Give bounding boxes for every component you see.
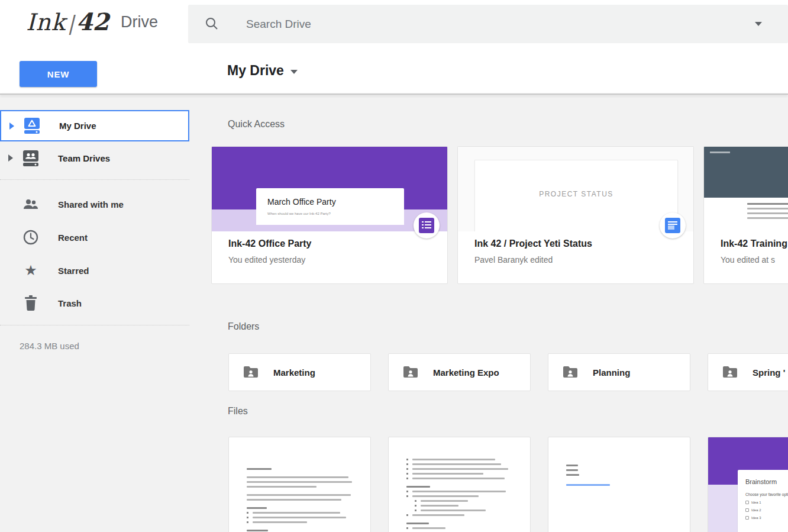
form-title: Brainstorm (745, 478, 788, 485)
expand-arrow-icon[interactable] (9, 122, 14, 130)
new-button[interactable]: NEW (20, 61, 97, 87)
file-type-badge (414, 212, 440, 238)
shared-folder-icon (722, 366, 738, 379)
thumbnail-slide-title: PROJECT STATUS (475, 190, 677, 198)
search-icon[interactable] (205, 17, 219, 31)
sidebar-item-label: Team Drives (58, 153, 110, 163)
quick-access-card-project-yeti[interactable]: PROJECT STATUS Ink 42 / Project Yeti Sta… (457, 146, 694, 284)
page-title-text: My Drive (227, 63, 284, 79)
file-type-badge (660, 212, 686, 238)
file-title: Ink-42 Office Party (228, 238, 312, 249)
document-thumbnail (247, 468, 356, 532)
quick-access-card-training[interactable]: Ink-42 Training You edited at s (703, 146, 788, 284)
sidebar-item-recent[interactable]: Recent (0, 221, 189, 254)
my-drive-icon (24, 118, 40, 134)
file-card-short-document[interactable] (548, 437, 690, 532)
file-thumbnail: March Office Party When should we have o… (212, 147, 447, 231)
app-name: Drive (121, 13, 158, 31)
form-prompt: Choose your favorite options (745, 492, 788, 496)
sidebar-item-team-drives[interactable]: Team Drives (0, 143, 189, 173)
expand-arrow-icon[interactable] (8, 154, 13, 162)
document-thumbnail (406, 459, 516, 532)
document-icon (665, 218, 680, 233)
file-activity-text: You edited at s (721, 255, 775, 265)
storage-usage-text: 284.3 MB used (20, 341, 79, 351)
recent-icon (22, 229, 39, 246)
starred-icon: ★ (22, 262, 39, 279)
form-option: Idea 2 (745, 508, 788, 512)
app-header: Ink|42 Drive NEW My Drive (0, 0, 788, 95)
team-drives-icon (22, 150, 39, 166)
sidebar-item-starred[interactable]: ★ Starred (0, 254, 189, 287)
file-activity-text: You edited yesterday (228, 255, 305, 265)
breadcrumb-page-title[interactable]: My Drive (227, 63, 298, 79)
chevron-down-icon[interactable] (290, 70, 298, 74)
folder-name: Marketing (273, 367, 315, 378)
header-divider (0, 93, 788, 95)
files-section-label: Files (228, 406, 248, 417)
sidebar-item-trash[interactable]: Trash (0, 286, 189, 320)
shared-folder-icon (563, 366, 578, 379)
sidebar-item-label: Shared with me (58, 199, 124, 209)
search-options-caret-icon[interactable] (755, 22, 762, 26)
shared-folder-icon (403, 366, 418, 379)
company-logo[interactable]: Ink|42 (26, 8, 109, 36)
forms-icon (419, 218, 434, 233)
checkbox-icon (745, 508, 749, 512)
trash-icon (22, 295, 39, 311)
folder-card-marketing-expo[interactable]: Marketing Expo (388, 353, 531, 391)
shared-with-me-icon (22, 196, 39, 212)
folder-card-planning[interactable]: Planning (548, 353, 690, 391)
sidebar-item-shared-with-me[interactable]: Shared with me (0, 188, 189, 221)
form-thumbnail-card: Brainstorm Choose your favorite options … (738, 470, 788, 532)
thumbnail-form-title: March Office Party (267, 197, 404, 207)
file-card-bulleted-document[interactable] (388, 437, 531, 532)
sidebar-item-label: Recent (58, 233, 88, 243)
logo-number: 42 (76, 8, 109, 36)
folder-name: Spring ' (753, 367, 785, 378)
logo-script-text: Ink (26, 9, 66, 36)
sidebar-item-label: Starred (58, 266, 89, 276)
shared-folder-icon (243, 366, 259, 379)
sidebar-item-label: My Drive (59, 121, 96, 131)
drive-app-window: Ink|42 Drive NEW My Drive My Drive (0, 0, 788, 532)
checkbox-icon (745, 501, 749, 504)
quick-access-section-label: Quick Access (228, 119, 285, 130)
quick-access-card-office-party[interactable]: March Office Party When should we have o… (211, 146, 448, 284)
folder-card-spring[interactable]: Spring ' (708, 353, 788, 391)
file-activity-text: Pavel Baranyk edited (474, 255, 553, 265)
form-option: Idea 1 (745, 501, 788, 504)
thumbnail-form-subtitle: When should we have our Ink-42 Party? (267, 212, 404, 215)
logo-separator: | (66, 11, 76, 35)
sidebar-item-my-drive[interactable]: My Drive (0, 110, 189, 141)
sidebar-divider (0, 179, 189, 180)
checkbox-icon (745, 516, 749, 520)
file-card-brainstorm-form[interactable]: Brainstorm Choose your favorite options … (708, 437, 788, 532)
folder-card-marketing[interactable]: Marketing (228, 353, 371, 391)
search-input[interactable] (246, 5, 660, 43)
file-thumbnail: PROJECT STATUS (458, 147, 693, 231)
form-option: Idea 3 (745, 516, 788, 520)
document-thumbnail (566, 465, 676, 486)
file-card-letter-document[interactable] (228, 437, 371, 532)
folders-section-label: Folders (228, 321, 259, 332)
sidebar-item-label: Trash (58, 298, 82, 308)
folder-name: Marketing Expo (433, 367, 499, 378)
file-title: Ink 42 / Project Yeti Status (474, 238, 592, 249)
sidebar-divider (0, 325, 189, 325)
folder-name: Planning (593, 367, 630, 378)
search-bar[interactable] (188, 5, 788, 43)
file-thumbnail (704, 147, 788, 231)
file-title: Ink-42 Training (721, 238, 787, 249)
